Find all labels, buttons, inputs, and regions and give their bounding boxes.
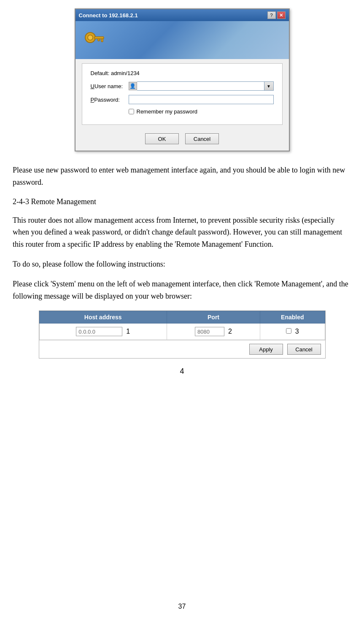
enabled-checkbox[interactable] (286, 328, 291, 334)
username-input-container: 👤 ▼ (129, 81, 274, 91)
username-dropdown[interactable]: ▼ (264, 81, 274, 91)
password-row: PPassword: (91, 95, 274, 104)
label-2: 2 (226, 328, 232, 335)
key-icon (82, 27, 107, 53)
dialog-buttons: OK Cancel (75, 129, 289, 151)
port-cell: 2 (167, 324, 260, 340)
note-number: 4 (13, 367, 351, 376)
default-credentials: Default: admin/1234 (91, 70, 274, 76)
username-input[interactable] (137, 81, 264, 91)
host-cell: 1 (39, 324, 167, 340)
host-input[interactable] (76, 327, 122, 336)
paragraph-4: Please click 'System' menu on the left o… (13, 278, 351, 302)
svg-rect-4 (98, 39, 100, 41)
password-input[interactable] (129, 95, 274, 104)
username-row: UUser name: 👤 ▼ (91, 81, 274, 91)
paragraph-1: Please use new password to enter web man… (13, 164, 351, 189)
help-button[interactable]: ? (267, 11, 276, 19)
svg-rect-3 (101, 39, 103, 42)
password-input-container (129, 95, 274, 104)
ok-button[interactable]: OK (145, 133, 179, 144)
col-host-header: Host address (39, 311, 167, 324)
port-input[interactable] (195, 327, 224, 336)
rm-table: Host address Port Enabled 1 2 (39, 311, 325, 340)
remote-management-table-screenshot: Host address Port Enabled 1 2 (39, 310, 326, 359)
svg-point-1 (88, 35, 93, 40)
remember-label: Remember my password (137, 108, 198, 115)
section-heading: 2-4-3 Remote Management (13, 196, 351, 208)
login-dialog-screenshot: Connect to 192.168.2.1 ? ✕ Default: admi… (75, 8, 290, 151)
cancel-button[interactable]: Cancel (185, 133, 219, 144)
table-row: 1 2 3 (39, 324, 325, 340)
username-label: UUser name: (91, 83, 129, 89)
rm-cancel-button[interactable]: Cancel (287, 344, 321, 355)
dialog-title: Connect to 192.168.2.1 (79, 12, 138, 19)
person-icon: 👤 (129, 82, 137, 90)
password-label: PPassword: (91, 97, 129, 103)
paragraph-3: To do so, please follow the following in… (13, 258, 351, 270)
title-buttons: ? ✕ (267, 11, 286, 19)
dialog-body: Default: admin/1234 UUser name: 👤 ▼ PPas… (75, 21, 289, 151)
label-3: 3 (293, 328, 299, 335)
dialog-titlebar: Connect to 192.168.2.1 ? ✕ (75, 9, 289, 21)
close-button[interactable]: ✕ (277, 11, 286, 19)
dialog-form: Default: admin/1234 UUser name: 👤 ▼ PPas… (82, 63, 283, 125)
dialog-banner (75, 21, 289, 59)
enabled-cell: 3 (260, 324, 325, 340)
remember-checkbox[interactable] (129, 109, 134, 114)
label-1: 1 (124, 328, 130, 335)
page-number: 37 (0, 603, 364, 610)
col-port-header: Port (167, 311, 260, 324)
paragraph-2: This router does not allow management ac… (13, 214, 351, 251)
col-enabled-header: Enabled (260, 311, 325, 324)
rm-buttons-row: Apply Cancel (39, 340, 325, 358)
remember-row: Remember my password (129, 108, 274, 115)
apply-button[interactable]: Apply (249, 344, 283, 355)
